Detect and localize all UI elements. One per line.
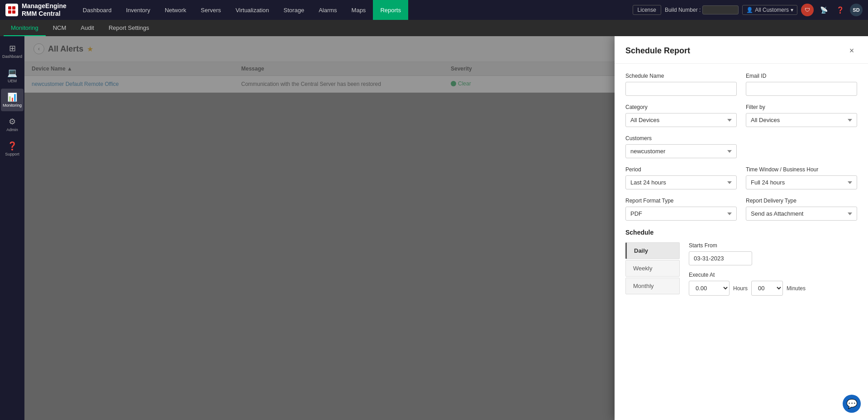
license-button[interactable]: License (633, 5, 661, 15)
schedule-name-group: Schedule Name (625, 73, 737, 96)
execute-minutes-select[interactable]: 00 15 30 45 (751, 281, 783, 296)
form-row-1: Schedule Name Email ID (625, 73, 857, 96)
time-window-select[interactable]: Full 24 hours Business Hours (746, 175, 857, 189)
schedule-tab-list: Daily Weekly Monthly (625, 242, 680, 296)
top-bar: ManageEngine RMM Central Dashboard Inven… (0, 0, 868, 20)
period-group: Period Last 24 hours Last 7 days Last 30… (625, 166, 737, 189)
customers-select[interactable]: newcustomer All Customers (625, 144, 737, 158)
top-bar-right: License Build Number : 👤 All Customers ▾… (633, 4, 863, 16)
time-window-group: Time Window / Business Hour Full 24 hour… (746, 166, 857, 189)
subnav-report-settings[interactable]: Report Settings (101, 20, 157, 36)
main-content: ‹ All Alerts ★ Device Name ▲ Message Sev… (24, 36, 868, 420)
customers-label: Customers (625, 135, 737, 142)
svg-rect-3 (12, 10, 15, 14)
report-delivery-group: Report Delivery Type Send as Attachment … (746, 198, 857, 221)
category-label: Category (625, 104, 737, 110)
nav-maps[interactable]: Maps (344, 0, 373, 20)
report-format-group: Report Format Type PDF CSV XLS (625, 198, 737, 221)
filter-by-label: Filter by (746, 104, 857, 110)
schedule-right: Starts From Execute At 0.00 1.00 Hours 0… (689, 242, 857, 296)
filter-by-group: Filter by All Devices Device Group (746, 104, 857, 127)
hours-label: Hours (733, 285, 748, 292)
report-format-select[interactable]: PDF CSV XLS (625, 207, 737, 221)
sub-nav: Monitoring NCM Audit Report Settings (0, 20, 868, 36)
sidebar: ⊞ Dashboard 💻 UEM 📊 Monitoring ⚙ Admin ❓… (0, 36, 24, 420)
form-row-5: Report Format Type PDF CSV XLS Report De… (625, 198, 857, 221)
nav-reports[interactable]: Reports (373, 0, 408, 20)
subnav-ncm[interactable]: NCM (46, 20, 74, 36)
monitoring-icon: 📊 (7, 92, 17, 102)
schedule-tab-weekly[interactable]: Weekly (625, 260, 680, 277)
form-row-4: Period Last 24 hours Last 7 days Last 30… (625, 166, 857, 189)
schedule-layout: Daily Weekly Monthly Starts From Execute… (625, 242, 857, 296)
panel-header: Schedule Report × (615, 36, 868, 64)
help-icon[interactable]: ❓ (834, 4, 846, 16)
schedule-name-label: Schedule Name (625, 73, 737, 79)
svg-rect-1 (12, 6, 15, 9)
execute-at-label: Execute At (689, 272, 857, 278)
support-icon: ❓ (7, 141, 17, 151)
filter-by-select[interactable]: All Devices Device Group (746, 113, 857, 127)
starts-from-label: Starts From (689, 242, 857, 249)
report-delivery-select[interactable]: Send as Attachment Send as Link (746, 207, 857, 221)
avatar[interactable]: SD (850, 4, 863, 16)
execute-row: 0.00 1.00 Hours 00 15 30 45 Minutes (689, 281, 857, 296)
nav-servers[interactable]: Servers (194, 0, 229, 20)
schedule-report-panel: Schedule Report × Schedule Name Email ID (615, 36, 868, 420)
panel-body: Schedule Name Email ID Category All Devi… (615, 64, 868, 305)
sidebar-item-admin[interactable]: ⚙ Admin (1, 113, 24, 136)
starts-from-input[interactable] (689, 251, 752, 265)
notification-icon[interactable]: 📡 (817, 4, 830, 16)
nav-virtualization[interactable]: Virtualization (228, 0, 276, 20)
subnav-monitoring[interactable]: Monitoring (4, 20, 46, 36)
build-number-input[interactable] (702, 5, 739, 14)
shield-icon[interactable]: 🛡 (801, 4, 814, 16)
category-select[interactable]: All Devices Windows Linux (625, 113, 737, 127)
panel-title: Schedule Report (625, 46, 690, 56)
top-nav: Dashboard Inventory Network Servers Virt… (76, 0, 628, 20)
period-label: Period (625, 166, 737, 173)
sidebar-item-uem[interactable]: 💻 UEM (1, 64, 24, 87)
logo-text: ManageEngine RMM Central (22, 2, 67, 18)
form-row-3: Customers newcustomer All Customers (625, 135, 857, 158)
report-format-label: Report Format Type (625, 198, 737, 204)
email-id-label: Email ID (746, 73, 857, 79)
sidebar-item-monitoring[interactable]: 📊 Monitoring (1, 89, 24, 111)
report-delivery-label: Report Delivery Type (746, 198, 857, 204)
schedule-section-label: Schedule (625, 229, 857, 236)
person-icon: 👤 (746, 7, 753, 13)
close-button[interactable]: × (846, 45, 857, 56)
email-id-group: Email ID (746, 73, 857, 96)
period-select[interactable]: Last 24 hours Last 7 days Last 30 days (625, 175, 737, 189)
nav-alarms[interactable]: Alarms (311, 0, 344, 20)
uem-icon: 💻 (7, 68, 17, 78)
logo: ManageEngine RMM Central (5, 2, 67, 18)
schedule-tab-daily[interactable]: Daily (625, 242, 680, 259)
logo-icon (5, 4, 18, 16)
chat-bubble[interactable]: 💬 (843, 395, 861, 413)
nav-dashboard[interactable]: Dashboard (76, 0, 119, 20)
customers-group: Customers newcustomer All Customers (625, 135, 737, 158)
admin-icon: ⚙ (9, 117, 16, 127)
form-row-2: Category All Devices Windows Linux Filte… (625, 104, 857, 127)
build-number: Build Number : (665, 5, 739, 14)
chat-icon: 💬 (846, 398, 858, 409)
schedule-tab-monthly[interactable]: Monthly (625, 278, 680, 294)
svg-rect-2 (8, 10, 11, 14)
minutes-label: Minutes (787, 285, 806, 292)
sidebar-item-support[interactable]: ❓ Support (1, 137, 24, 160)
sidebar-item-dashboard[interactable]: ⊞ Dashboard (1, 40, 24, 62)
nav-storage[interactable]: Storage (277, 0, 312, 20)
nav-network[interactable]: Network (157, 0, 194, 20)
customers-dropdown[interactable]: 👤 All Customers ▾ (742, 5, 797, 15)
time-window-label: Time Window / Business Hour (746, 166, 857, 173)
category-group: Category All Devices Windows Linux (625, 104, 737, 127)
email-id-input[interactable] (746, 82, 857, 96)
execute-value-select[interactable]: 0.00 1.00 (689, 281, 730, 296)
subnav-audit[interactable]: Audit (73, 20, 101, 36)
svg-rect-0 (8, 6, 11, 9)
nav-inventory[interactable]: Inventory (119, 0, 157, 20)
schedule-name-input[interactable] (625, 82, 737, 96)
chevron-down-icon: ▾ (791, 7, 793, 13)
customers-spacer (746, 135, 857, 158)
